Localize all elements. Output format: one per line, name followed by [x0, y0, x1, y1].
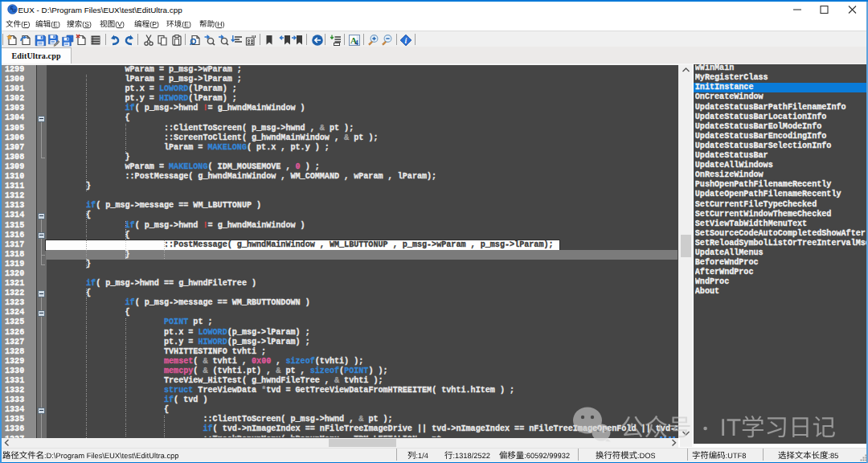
svg-text:i: i [405, 35, 407, 44]
svg-text:U: U [12, 7, 16, 13]
